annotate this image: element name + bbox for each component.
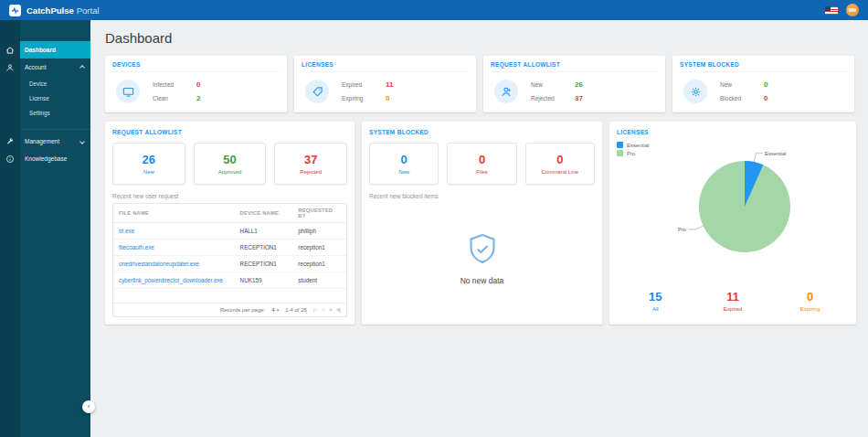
stat-value: 0 <box>764 94 767 102</box>
detail-panels-row: REQUEST ALLOWLIST 26 New 50 Approved 37 … <box>105 122 854 325</box>
column-header: FILE NAME <box>113 204 235 223</box>
summary-card-system-blocked[interactable]: SYSTEM BLOCKED New 0 Blocked 0 <box>672 56 854 112</box>
request-allowlist-panel: REQUEST ALLOWLIST 26 New 50 Approved 37 … <box>105 122 355 325</box>
select-caret-icon: ▾ <box>277 307 280 313</box>
stat-number: 15 <box>649 291 662 303</box>
account-person-icon <box>5 63 15 72</box>
licenses-panel: LICENSES Essential Pro Essential Pro <box>609 122 856 325</box>
card-title: REQUEST ALLOWLIST <box>491 61 658 72</box>
stat-number: 0 <box>807 291 813 303</box>
allowlist-new-statbox[interactable]: 26 New <box>112 143 185 185</box>
stat-label: Expiring <box>800 306 820 312</box>
essential-swatch-icon <box>617 142 623 148</box>
allowlist-table: FILE NAME DEVICE NAME REQUESTED BY tri.e… <box>112 203 347 317</box>
stat-row: Expiring 0 <box>342 91 469 105</box>
stat-row: Expired 11 <box>342 78 469 91</box>
last-page-icon[interactable]: >| <box>336 307 340 313</box>
next-page-icon[interactable]: > <box>329 307 332 313</box>
blocked-files-statbox[interactable]: 0 Files <box>447 143 516 185</box>
panel-title: REQUEST ALLOWLIST <box>112 129 347 135</box>
table-row[interactable]: onedrivestandaloneupdater.exe RECEPTION1… <box>113 256 346 272</box>
stat-number: 0 <box>401 154 408 165</box>
file-name-link[interactable]: filecoauth.exe <box>113 240 235 256</box>
sidebar-item-label: Account <box>20 59 80 76</box>
sidebar-item-label: Dashboard <box>20 41 90 59</box>
stat-value: 0 <box>764 80 767 89</box>
legend-item-pro: Pro <box>617 149 649 157</box>
card-title: LICENSES <box>302 61 469 72</box>
device-name-cell: NUK159 <box>235 272 293 289</box>
stat-label: Rejected <box>300 169 322 175</box>
stat-label: Rejected <box>531 95 575 101</box>
file-name-link[interactable]: cyberlink_powerdirector_downloader.exe <box>113 272 235 289</box>
summary-card-licenses[interactable]: LICENSES Expired 11 Expiring 0 <box>294 56 476 112</box>
stat-value: 26 <box>575 80 583 89</box>
sidebar-item-knowledgebase[interactable]: Knowledgebase <box>0 150 90 167</box>
gear-icon <box>683 80 707 103</box>
card-title: DEVICES <box>112 61 280 72</box>
pro-swatch-icon <box>617 150 623 156</box>
legend-label: Essential <box>627 143 649 148</box>
stat-row: Rejected 37 <box>531 91 658 105</box>
stat-number: 50 <box>223 154 236 165</box>
file-name-link[interactable]: tri.exe <box>113 223 235 240</box>
stat-value: 0 <box>386 94 389 102</box>
user-avatar[interactable]: MM <box>846 4 859 16</box>
knowledgebase-info-icon <box>5 155 15 164</box>
column-header: REQUESTED BY <box>292 204 346 223</box>
blocked-commandline-statbox[interactable]: 0 Command Line <box>525 143 595 185</box>
catchpulse-logo-icon <box>9 5 21 16</box>
column-header: DEVICE NAME <box>235 204 293 223</box>
stat-row: Clean 2 <box>153 91 280 105</box>
stat-number: 11 <box>726 291 739 303</box>
licenses-expiring-stat[interactable]: 0 Expiring <box>771 291 849 312</box>
language-flag-icon[interactable] <box>825 6 838 15</box>
allowlist-approved-statbox[interactable]: 50 Approved <box>194 143 267 185</box>
empty-state: No new data <box>369 199 595 317</box>
stat-number: 26 <box>143 154 155 165</box>
panel-title: LICENSES <box>617 129 849 135</box>
sidebar-item-settings[interactable]: Settings <box>0 105 90 120</box>
stat-label: All <box>652 306 659 312</box>
table-row[interactable]: cyberlink_powerdirector_downloader.exe N… <box>113 272 346 289</box>
prev-page-icon[interactable]: < <box>322 307 324 313</box>
sidebar-item-management[interactable]: Management <box>0 133 90 150</box>
summary-card-devices[interactable]: DEVICES Infected 0 Clean 2 <box>105 56 287 112</box>
stat-row: New 0 <box>720 78 847 91</box>
wrench-icon <box>5 137 15 146</box>
records-per-page-select[interactable]: 4 ▾ <box>271 307 279 313</box>
chevron-up-icon <box>79 65 85 70</box>
table-row[interactable]: tri.exe HALL1 philliph <box>113 223 346 240</box>
sidebar-item-dashboard[interactable]: Dashboard <box>0 41 90 59</box>
stat-label: Clean <box>153 95 196 101</box>
pie-callout-essential: Essential <box>765 151 787 156</box>
licenses-all-stat[interactable]: 15 All <box>617 291 694 312</box>
sidebar-item-device[interactable]: Device <box>0 76 90 91</box>
file-name-link[interactable]: onedrivestandaloneupdater.exe <box>113 256 235 272</box>
devices-icon <box>116 80 140 103</box>
summary-card-request-allowlist[interactable]: REQUEST ALLOWLIST New 26 Rejected 37 <box>483 56 665 112</box>
licenses-expired-stat[interactable]: 11 Expired <box>694 291 772 312</box>
table-row[interactable]: filecoauth.exe RECEPTION1 reception1 <box>113 240 346 256</box>
stat-label: Infected <box>153 81 196 88</box>
sidebar-item-label: Knowledgebase <box>20 150 90 167</box>
allowlist-rejected-statbox[interactable]: 37 Rejected <box>274 143 347 185</box>
sidebar-collapse-button[interactable]: ‹ <box>82 400 95 413</box>
records-per-page-value: 4 <box>271 307 274 313</box>
stat-label: Approved <box>218 169 242 175</box>
sidebar-item-license[interactable]: License <box>0 91 90 105</box>
card-title: SYSTEM BLOCKED <box>680 61 847 72</box>
empty-state-text: No new data <box>460 276 504 285</box>
sidebar-item-account[interactable]: Account <box>0 59 90 76</box>
sidebar-item-label: License <box>20 91 90 105</box>
device-name-cell: HALL1 <box>235 223 293 240</box>
blocked-new-statbox[interactable]: 0 New <box>369 143 439 185</box>
stat-label: New <box>143 169 154 175</box>
stat-label: Files <box>476 169 488 175</box>
stat-value: 11 <box>386 80 393 89</box>
brand-name: CatchPulse <box>26 5 74 16</box>
first-page-icon[interactable]: |< <box>313 307 317 313</box>
stat-number: 0 <box>556 154 563 165</box>
system-blocked-panel: SYSTEM BLOCKED 0 New 0 Files 0 Command L… <box>362 122 602 325</box>
legend-item-essential: Essential <box>617 141 649 149</box>
